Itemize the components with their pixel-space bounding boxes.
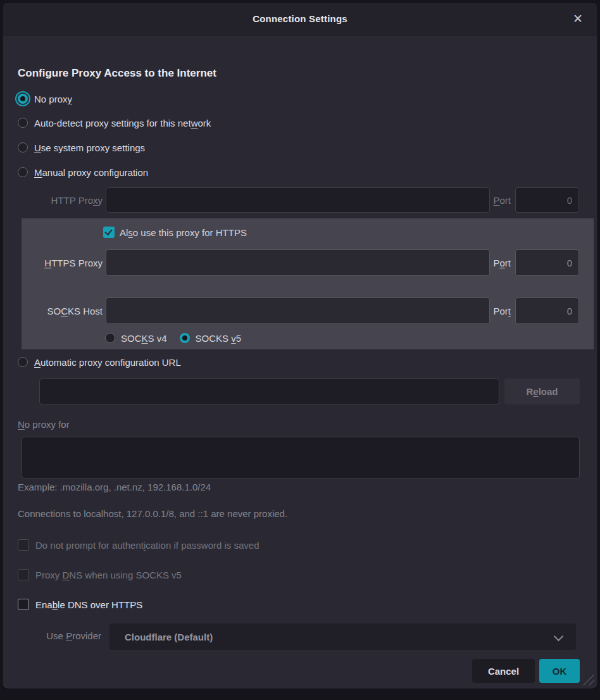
socks-version-row: SOCKS v4 SOCKS v5 — [105, 330, 241, 346]
auto-config-url-input[interactable] — [39, 378, 499, 404]
checkbox-row-no-auth-prompt[interactable]: Do not prompt for authentication if pass… — [18, 537, 259, 553]
radio-icon-use-system[interactable] — [18, 142, 28, 153]
checkbox-icon-proxy-dns[interactable] — [18, 569, 29, 580]
https-proxy-input[interactable] — [106, 249, 490, 276]
checkbox-icon-also-https[interactable] — [103, 227, 115, 238]
https-port-input[interactable] — [515, 249, 579, 276]
radio-icon-auto-detect[interactable] — [18, 118, 28, 128]
https-proxy-row: HTTPS Proxy Port — [3, 249, 579, 276]
radio-option-auto-detect[interactable]: Auto-detect proxy settings for this netw… — [18, 114, 211, 132]
ok-button[interactable]: OK — [539, 659, 580, 683]
radio-icon-socks-v5[interactable] — [180, 333, 190, 343]
https-proxy-label: HTTPS Proxy — [3, 258, 103, 268]
provider-dropdown-value: Cloudflare (Default) — [125, 632, 213, 642]
checkbox-icon-no-auth-prompt[interactable] — [18, 539, 29, 551]
socks-host-row: SOCKS Host Port — [3, 297, 579, 324]
socks-port-label: Port — [493, 306, 511, 316]
radio-icon-socks-v4[interactable] — [105, 333, 115, 343]
radio-icon-no-proxy[interactable] — [18, 94, 28, 104]
http-port-label: Port — [493, 195, 511, 206]
radio-option-auto-url[interactable]: Automatic proxy configuration URL — [18, 353, 181, 371]
socks-port-input[interactable] — [515, 297, 579, 324]
radio-label-auto-url: Automatic proxy configuration URL — [34, 357, 181, 368]
checkbox-row-enable-doh[interactable]: Enable DNS over HTTPS — [18, 596, 142, 613]
radio-option-manual[interactable]: Manual proxy configuration — [18, 163, 148, 181]
radio-icon-auto-url[interactable] — [18, 357, 28, 367]
socks-v4-label: SOCKS v4 — [121, 333, 167, 344]
no-proxy-for-label: No proxy for — [18, 419, 70, 430]
checkbox-icon-enable-doh[interactable] — [18, 599, 29, 610]
radio-icon-manual[interactable] — [18, 167, 28, 177]
example-hint-text: Example: .mozilla.org, .net.nz, 192.168.… — [18, 482, 211, 492]
provider-dropdown[interactable]: Cloudflare (Default) — [109, 623, 576, 650]
socks-host-input[interactable] — [106, 297, 490, 324]
enable-doh-label: Enable DNS over HTTPS — [35, 599, 142, 610]
no-auth-prompt-label: Do not prompt for authentication if pass… — [35, 540, 259, 551]
radio-option-use-system[interactable]: Use system proxy settings — [18, 139, 145, 156]
http-port-input[interactable] — [515, 187, 579, 213]
cancel-button[interactable]: Cancel — [472, 659, 535, 683]
chevron-down-icon — [554, 632, 564, 642]
socks-v5-label: SOCKS v5 — [196, 333, 242, 344]
checkbox-row-proxy-dns[interactable]: Proxy DNS when using SOCKS v5 — [18, 566, 182, 583]
radio-option-no-proxy[interactable]: No proxy — [18, 90, 72, 108]
http-proxy-input[interactable] — [106, 187, 490, 213]
page-title: Configure Proxy Access to the Internet — [18, 67, 216, 80]
dialog-titlebar: Connection Settings ✕ — [3, 3, 597, 35]
no-proxy-for-textarea[interactable] — [22, 437, 580, 478]
page: { "colors": { "accent": "#17a1b4", "ok_b… — [0, 0, 600, 700]
close-icon: ✕ — [573, 11, 583, 26]
https-port-label: Port — [493, 258, 511, 268]
proxy-dns-label: Proxy DNS when using SOCKS v5 — [35, 570, 182, 580]
dialog-title: Connection Settings — [253, 13, 347, 24]
http-proxy-label: HTTP Proxy — [3, 195, 103, 206]
resize-grip[interactable] — [580, 672, 594, 685]
radio-label-no-proxy: No proxy — [34, 94, 72, 104]
radio-label-auto-detect: Auto-detect proxy settings for this netw… — [34, 118, 211, 128]
socks-host-label: SOCKS Host — [3, 306, 103, 316]
also-use-https-checkbox-row[interactable]: Also use this proxy for HTTPS — [103, 224, 247, 241]
radio-label-manual: Manual proxy configuration — [34, 167, 148, 178]
http-proxy-row: HTTP Proxy Port — [3, 187, 579, 213]
connection-settings-dialog: Connection Settings ✕ Configure Proxy Ac… — [3, 3, 597, 689]
radio-label-use-system: Use system proxy settings — [34, 142, 145, 153]
also-https-label: Also use this proxy for HTTPS — [120, 227, 247, 238]
reload-button[interactable]: Reload — [504, 378, 580, 404]
use-provider-label: Use Provider — [3, 630, 101, 641]
close-button[interactable]: ✕ — [567, 3, 589, 35]
localhost-note-text: Connections to localhost, 127.0.0.1/8, a… — [18, 508, 287, 519]
